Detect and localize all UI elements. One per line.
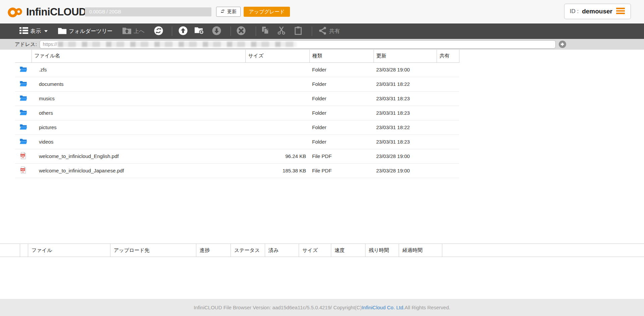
share-nodes-icon (318, 26, 327, 37)
address-go-button[interactable] (558, 40, 566, 48)
upload-icon (179, 26, 188, 37)
address-url-prefix: https:// (43, 42, 57, 47)
file-name[interactable]: documents (32, 77, 245, 91)
column-header-size[interactable]: サイズ (245, 50, 309, 62)
table-row[interactable]: PDF welcome_to_infinicloud_Japanese.pdf … (15, 163, 459, 178)
table-row[interactable]: pictures Folder 23/03/31 18:22 (15, 120, 459, 135)
transfer-column-progress: 進捗 (196, 244, 231, 257)
share-label: 共有 (329, 28, 340, 35)
chevron-down-icon (44, 30, 48, 32)
file-size (245, 135, 309, 149)
footer: InfiniCLOUD File Browser Version: aad15d… (0, 299, 644, 316)
toolbar: 表示 フォルダーツリー 上へ (0, 23, 644, 39)
folder-icon (19, 97, 27, 102)
file-share (437, 106, 459, 120)
table-row[interactable]: others Folder 23/03/31 18:23 (15, 106, 459, 120)
file-type: File PDF (309, 163, 374, 178)
file-updated: 23/03/31 18:22 (374, 77, 437, 91)
view-label: 表示 (30, 28, 41, 35)
address-url-masked (58, 42, 297, 47)
file-table-header-row: ファイル名 サイズ 種類 更新 共有 (15, 50, 459, 62)
app-header: InfiniCLOUD 0.00GB / 20GB 更新 アップグレード ID … (0, 0, 644, 23)
file-size (245, 106, 309, 120)
folder-tree-label: フォルダーツリー (69, 28, 112, 35)
file-updated: 23/03/31 18:22 (374, 120, 437, 135)
refresh-quota-button[interactable]: 更新 (216, 7, 241, 17)
file-updated: 23/03/31 18:23 (374, 106, 437, 120)
transfer-column-remaining: 残り時間 (365, 244, 399, 257)
file-updated: 23/03/28 19:00 (374, 163, 437, 178)
share-button[interactable]: 共有 (318, 26, 340, 37)
transfer-column-elapsed: 経過時間 (399, 244, 442, 257)
column-header-icon (15, 50, 32, 62)
account-menu[interactable]: ID : demouser (564, 4, 631, 19)
download-button[interactable] (212, 26, 221, 37)
file-size (245, 91, 309, 106)
folder-icon (19, 111, 27, 117)
scissors-icon (277, 26, 286, 36)
file-name[interactable]: welcome_to_infinicloud_English.pdf (32, 149, 245, 163)
refresh-list-button[interactable] (154, 26, 163, 37)
table-row[interactable]: videos Folder 23/03/31 18:23 (15, 135, 459, 149)
transfer-header-row: ファイル アップロード先 進捗 ステータス 済み サイズ 速度 残り時間 経過時… (20, 244, 442, 257)
column-header-filename[interactable]: ファイル名 (32, 50, 245, 62)
file-share (437, 149, 459, 163)
file-share (437, 163, 459, 178)
toolbar-separator (172, 27, 172, 36)
table-row[interactable]: musics Folder 23/03/31 18:23 (15, 91, 459, 106)
file-name[interactable]: others (32, 106, 245, 120)
go-arrow-icon (558, 40, 566, 48)
file-share (437, 62, 459, 77)
folder-icon (19, 68, 27, 73)
svg-text:PDF: PDF (21, 154, 25, 156)
folder-tree-button[interactable]: フォルダーツリー (58, 27, 112, 36)
folder-icon (58, 27, 67, 36)
upload-button[interactable] (179, 26, 188, 37)
address-input[interactable]: https:// (40, 40, 556, 49)
folder-up-icon (122, 27, 132, 36)
company-link[interactable]: InfiniCloud Co. Ltd. (362, 305, 405, 310)
file-name[interactable]: .zfs (32, 62, 245, 77)
id-label: ID : (570, 8, 579, 15)
infinicloud-logo: InfiniCLOUD (7, 4, 86, 20)
column-header-updated[interactable]: 更新 (374, 50, 437, 62)
file-list-panel: ファイル名 サイズ 種類 更新 共有 .zfs Folder 23/03/28 … (0, 50, 644, 244)
transfer-column-done: 済み (265, 244, 299, 257)
cancel-x-icon (237, 26, 246, 37)
toolbar-separator (256, 27, 256, 36)
transfer-queue-panel: ファイル アップロード先 進捗 ステータス 済み サイズ 速度 残り時間 経過時… (0, 244, 644, 257)
column-header-share[interactable]: 共有 (437, 50, 459, 62)
upgrade-button[interactable]: アップグレード (244, 7, 290, 17)
file-size: 185.38 KB (245, 163, 309, 178)
folder-icon (19, 82, 27, 88)
go-up-label: 上へ (134, 28, 144, 35)
file-name[interactable]: pictures (32, 120, 245, 135)
toolbar-separator (312, 27, 312, 36)
table-row[interactable]: documents Folder 23/03/31 18:22 (15, 77, 459, 91)
file-name[interactable]: videos (32, 135, 245, 149)
cut-button[interactable] (277, 26, 286, 36)
file-type: File PDF (309, 149, 374, 163)
file-type: Folder (309, 62, 374, 77)
cancel-button[interactable] (237, 26, 246, 37)
new-folder-button[interactable] (194, 27, 204, 36)
file-size (245, 77, 309, 91)
copy-button[interactable] (261, 26, 270, 36)
file-type: Folder (309, 77, 374, 91)
table-row[interactable]: PDF welcome_to_infinicloud_English.pdf 9… (15, 149, 459, 163)
view-mode-button[interactable]: 表示 (19, 27, 48, 36)
toolbar-separator (231, 27, 231, 36)
folder-plus-icon (194, 27, 204, 36)
footer-version-text: InfiniCLOUD File Browser Version: aad15d… (194, 305, 362, 310)
table-row[interactable]: .zfs Folder 23/03/28 19:00 (15, 62, 459, 77)
column-header-type[interactable]: 種類 (309, 50, 374, 62)
hamburger-menu-icon[interactable] (616, 7, 625, 16)
file-name[interactable]: musics (32, 91, 245, 106)
file-type: Folder (309, 91, 374, 106)
go-up-button[interactable]: 上へ (122, 27, 144, 36)
file-size (245, 120, 309, 135)
file-table: ファイル名 サイズ 種類 更新 共有 .zfs Folder 23/03/28 … (15, 50, 459, 178)
paste-button[interactable] (294, 26, 302, 37)
storage-quota-bar: 0.00GB / 20GB (85, 7, 211, 16)
file-name[interactable]: welcome_to_infinicloud_Japanese.pdf (32, 163, 245, 178)
